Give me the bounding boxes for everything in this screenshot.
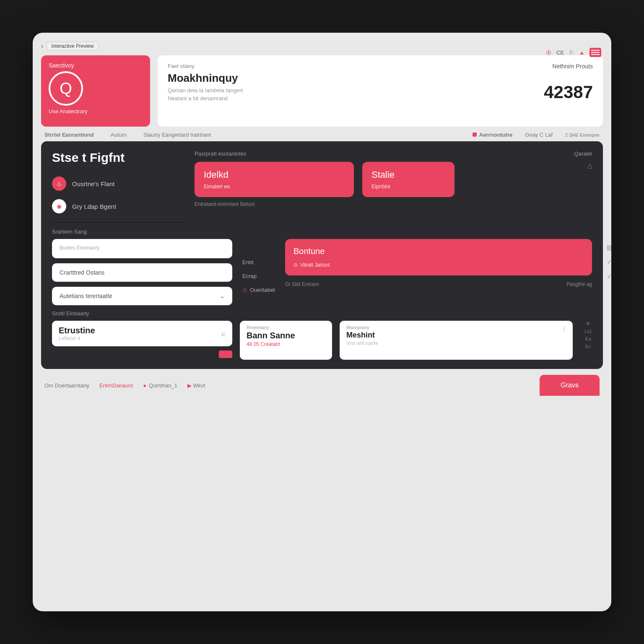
sidebar-item[interactable]: ♨ Ousrtne's Flant — [52, 172, 186, 195]
panel-title: Stse t Figfnt — [52, 151, 186, 165]
option-card[interactable]: Stalie Eiprrbint — [362, 162, 454, 197]
panel-content: Pasrpratt esotantotes Qaratel Idelkd Eim… — [186, 151, 592, 235]
badge-icon[interactable] — [219, 351, 232, 358]
mid-column: Enbt Ecrap Ouerliabet — [242, 239, 275, 321]
top-strip: ⦿ CE ⚐ ▲ — [546, 48, 601, 57]
mid-label: Entratand entrintant Betunt — [195, 201, 592, 207]
info-number: 42387 — [544, 82, 593, 102]
option-row[interactable]: Burites Enomaory — [52, 239, 232, 258]
footer-status: Qomthan_1 — [143, 382, 177, 389]
search-placeholder: Lefietsir it — [59, 335, 95, 341]
field-label: Srottl Einbaarty — [52, 310, 232, 317]
flame-icon: ♨ — [52, 177, 66, 191]
hero-row: Saectivoy Q Use Anatectrary Faet stiany … — [41, 55, 603, 127]
sidebar-item[interactable]: ◉ Gry Ldap Bgent — [52, 195, 186, 218]
main-panel: Stse t Figfnt ♨ Ousrtne's Flant ◉ Gry Ld… — [41, 141, 603, 369]
subnav-item[interactable]: Slautry Eangertard Iratrtrant — [143, 132, 211, 138]
info-kicker: Faet stiany — [168, 63, 243, 69]
alert-icon[interactable]: ▲ — [579, 49, 584, 56]
content-action[interactable]: Qaratel — [574, 151, 592, 157]
meta-text: Enbt — [242, 259, 275, 265]
warning-text: Ouerliabet — [242, 287, 275, 293]
check-icon[interactable]: ✓ — [607, 258, 611, 266]
lower-label: Gt Sltd Entrans — [285, 281, 319, 287]
titlebar: ‹ Interactive Preview — [41, 39, 603, 53]
location-icon[interactable]: ⦿ — [546, 49, 551, 56]
footer-link[interactable]: Om Doertaarntany — [44, 382, 89, 389]
info-title: Moakhninquy — [168, 72, 243, 85]
app-window: ‹ Interactive Preview ⦿ CE ⚐ ▲ Saectivoy… — [33, 33, 611, 611]
footer-cta-button[interactable]: Gravs — [540, 375, 600, 396]
footer-link[interactable]: ▶ Wkvt — [187, 382, 205, 389]
search-title: Etrustine — [59, 326, 95, 335]
subnav-status: Aerrnontutre — [473, 132, 512, 138]
footer: Om Doertaarntany ErtirnDanaunt Qomthan_1… — [41, 369, 603, 396]
check-icon[interactable]: ✓ — [607, 273, 611, 280]
info-right-kicker: Nethnim Prouts — [544, 63, 593, 70]
meta-text: Ecrap — [242, 273, 275, 279]
menu-icon[interactable] — [589, 48, 601, 57]
subnav-item[interactable]: Strrtel Eanrantiond — [44, 132, 94, 138]
brand-label: Saectivoy — [49, 62, 143, 69]
sub-nav: Strrtel Eanrantiond Auturn Slautry Eange… — [41, 127, 603, 141]
search-icon[interactable]: ⌕ — [221, 330, 226, 338]
select-field[interactable]: Autetians terertaatte ⌄ — [52, 287, 232, 305]
panel-sidebar: Stse t Figfnt ♨ Ousrtne's Flant ◉ Gry Ld… — [52, 151, 186, 235]
back-icon[interactable]: ‹ — [41, 42, 43, 50]
option-card[interactable]: Idelkd Eimatert ws — [195, 162, 354, 197]
subnav-item[interactable]: Auturn — [111, 132, 127, 138]
section-label: Srartiem Sang — [52, 229, 186, 235]
doc-icon[interactable]: ▤ — [607, 243, 611, 251]
lower-right: Pasgthe ag — [566, 281, 592, 287]
chevron-down-icon: ⌄ — [220, 293, 225, 299]
brand-card[interactable]: Saectivoy Q Use Anatectrary — [41, 55, 150, 127]
info-desc2: Neatant a bit denamrand — [168, 95, 243, 101]
side-icons: ⌂ — [587, 162, 592, 197]
select-field[interactable]: Crartttred Ostans — [52, 263, 232, 282]
info-desc1: Qaman deta la lambeta tangert — [168, 87, 243, 93]
subnav-meta: 2 SHE Emenprie — [565, 132, 600, 138]
footer-link[interactable]: ErtirnDanaunt — [99, 382, 133, 389]
target-icon: ◉ — [52, 199, 66, 213]
summary-card[interactable]: Rmemtany Bann Sanne 48 05 Creatatrt — [240, 321, 332, 360]
top-label: CE — [556, 49, 564, 56]
content-label: Pasrpratt esotantotes — [195, 151, 247, 157]
brand-sub: Use Anatectrary — [49, 108, 143, 114]
brand-logo-icon: Q — [49, 71, 83, 106]
right-meta: ⊕ La1 Ea En — [584, 321, 592, 360]
search-box[interactable]: Etrustine Lefietsir it ⌕ — [52, 321, 232, 346]
info-card: Faet stiany Moakhninquy Qaman deta la la… — [158, 55, 603, 127]
subnav-meta: Gnay C Laf — [525, 132, 553, 138]
zoom-icon[interactable]: ⊕ — [586, 321, 590, 326]
flag-icon[interactable]: ⚐ — [569, 49, 574, 56]
continue-card[interactable]: Bontune Vitratt Jartsnt ▤ ✓ ✓ — [285, 239, 592, 275]
home-icon[interactable]: ⌂ — [587, 162, 592, 171]
input-card[interactable]: Mannprany Meshint Vrst wril nanfe 〈 — [340, 321, 573, 360]
browser-tab[interactable]: Interactive Preview — [47, 42, 98, 50]
arrow-icon[interactable]: 〈 — [559, 325, 566, 356]
